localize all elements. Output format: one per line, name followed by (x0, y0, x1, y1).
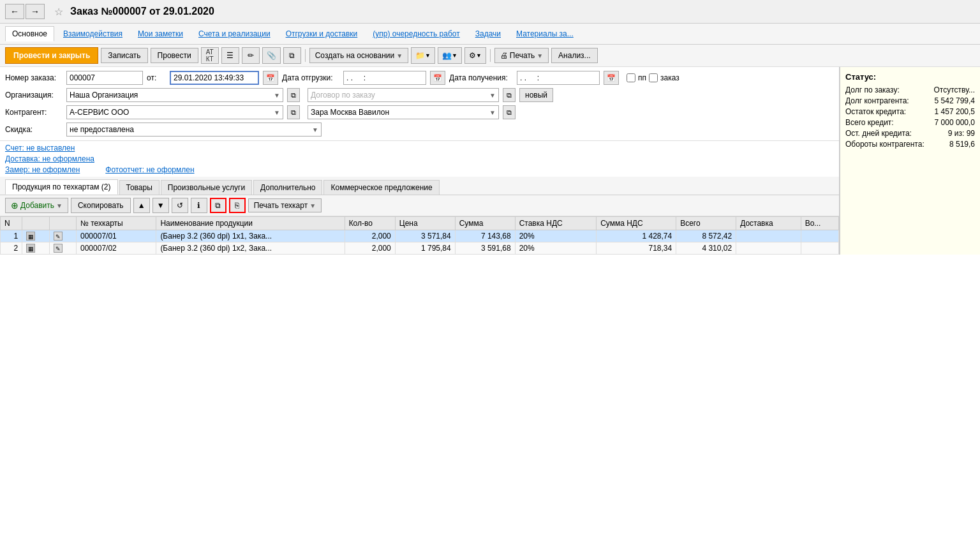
copy-button[interactable]: Скопировать (71, 198, 131, 213)
cell-techcard: 000007/01 (77, 230, 156, 242)
products-table: N № техкарты Наименование продукции Кол-… (0, 216, 839, 255)
row-list-icon[interactable]: ▦ (26, 232, 35, 241)
receipt-date-calendar[interactable]: 📅 (604, 71, 619, 85)
col-icon1 (22, 217, 49, 230)
settings-icon-button[interactable]: ⚙ ▼ (464, 47, 486, 64)
move-up-button[interactable]: ▲ (133, 198, 150, 213)
contractor-chevron: ▼ (274, 109, 280, 116)
table-row[interactable]: 2 ▦ ✎ 000007/02 (Банер 3.2 (360 dpi) 1x2… (1, 242, 839, 255)
new-contract-button[interactable]: новый (519, 88, 553, 102)
col-qty: Кол-во (345, 217, 395, 230)
info-button[interactable]: ℹ (191, 198, 207, 213)
cell-icon2[interactable]: ✎ (49, 242, 76, 255)
cell-price: 3 571,84 (395, 230, 455, 242)
order-date-calendar[interactable]: 📅 (263, 71, 278, 85)
cell-delivery (736, 242, 801, 255)
create-based-button[interactable]: Создать на основании ▼ (309, 48, 408, 63)
status-row: Долг по заказу:Отсутству... (845, 85, 975, 94)
row-edit-icon[interactable]: ✎ (54, 232, 63, 241)
favorite-button[interactable]: ☆ (51, 4, 66, 19)
at-kt-button[interactable]: АТ КТ (201, 47, 219, 64)
photo-report-link[interactable]: Фотоотчет: не оформлен (105, 165, 194, 174)
table-row[interactable]: 1 ▦ ✎ 000007/01 (Банер 3.2 (360 dpi) 1x1… (1, 230, 839, 242)
status-value: 1 457 200,5 (935, 107, 975, 116)
delivery-link[interactable]: Доставка: не оформлена (5, 154, 834, 163)
btab-services[interactable]: Произвольные услуги (161, 180, 252, 195)
receipt-date-input[interactable] (517, 71, 600, 85)
cut-button[interactable]: ⎘ (229, 198, 246, 213)
cell-bo (801, 230, 838, 242)
back-button[interactable]: ← (5, 4, 24, 19)
btab-additional[interactable]: Дополнительно (253, 180, 322, 195)
tab-moi-zametki[interactable]: Мои заметки (131, 27, 189, 41)
order-date-input[interactable] (170, 71, 259, 85)
conduct-close-button[interactable]: Провести и закрыть (5, 47, 98, 64)
contractor-copy-button[interactable]: ⧉ (287, 105, 300, 119)
move-down-button[interactable]: ▼ (152, 198, 169, 213)
tab-zadachi[interactable]: Задачи (469, 27, 507, 41)
tab-scheta[interactable]: Счета и реализации (192, 27, 277, 41)
org-select[interactable]: Наша Организация ▼ (66, 88, 283, 102)
separator-1 (305, 49, 306, 62)
tab-osnovnoe[interactable]: Основное (5, 26, 54, 41)
print-button[interactable]: 🖨 Печать ▼ (494, 48, 549, 63)
edit-icon-button[interactable]: ✏ (242, 47, 260, 64)
cell-total: 8 572,42 (676, 230, 736, 242)
contact-chevron: ▼ (489, 109, 496, 116)
print-techcart-button[interactable]: Печать техкарт ▼ (248, 198, 322, 212)
add-label: Добавить (20, 201, 54, 210)
org-copy-button[interactable]: ⧉ (287, 88, 300, 102)
tab-vzaimodeystviya[interactable]: Взаимодействия (57, 27, 129, 41)
measurement-link[interactable]: Замер: не оформлен (5, 165, 80, 174)
discount-select[interactable]: не предоставлена ▼ (66, 123, 322, 137)
folder-icon-button[interactable]: 📁 ▼ (411, 47, 435, 64)
shipment-date-input[interactable] (343, 71, 426, 85)
account-link[interactable]: Счет: не выставлен (5, 144, 834, 152)
print-chevron: ▼ (537, 52, 543, 59)
contract-select[interactable]: Договор по заказу ▼ (308, 88, 499, 102)
contract-copy-button[interactable]: ⧉ (503, 88, 516, 102)
contractor-select[interactable]: А-СЕРВИС ООО ▼ (66, 105, 283, 119)
refresh-button[interactable]: ↺ (172, 198, 188, 213)
tab-ocherednost[interactable]: (упр) очередность работ (366, 27, 466, 41)
col-sum: Сумма (455, 217, 515, 230)
contractor-row: Контрагент: А-СЕРВИС ООО ▼ ⧉ Зара Москва… (5, 105, 834, 119)
forward-button[interactable]: → (26, 4, 45, 19)
status-label: Всего кредит: (845, 118, 894, 127)
row-edit-icon[interactable]: ✎ (54, 244, 63, 253)
cell-icon1[interactable]: ▦ (22, 242, 49, 255)
contact-select[interactable]: Зара Москва Вавилон ▼ (308, 105, 499, 119)
write-button[interactable]: Записать (101, 48, 147, 63)
cell-icon2[interactable]: ✎ (49, 230, 76, 242)
add-button[interactable]: ⊕ Добавить ▼ (5, 198, 68, 213)
tab-materialy[interactable]: Материалы за... (510, 27, 580, 41)
discount-row: Скидка: не предоставлена ▼ (5, 123, 834, 137)
list-icon-button[interactable]: ☰ (221, 47, 239, 64)
order-checkbox[interactable] (649, 73, 658, 82)
copy-doc-button[interactable]: ⧉ (283, 47, 301, 64)
cell-sum: 3 591,68 (455, 242, 515, 255)
btab-commercial[interactable]: Коммерческое предложение (323, 180, 439, 195)
contact-copy-button[interactable]: ⧉ (503, 105, 516, 119)
contractor-value: А-СЕРВИС ООО (70, 108, 129, 117)
col-vat-sum: Сумма НДС (597, 217, 676, 230)
order-number-input[interactable] (66, 71, 143, 85)
conduct-button[interactable]: Провести (151, 48, 198, 63)
attach-icon-button[interactable]: 📎 (262, 47, 281, 64)
cell-icon1[interactable]: ▦ (22, 230, 49, 242)
shipment-date-calendar[interactable]: 📅 (430, 71, 445, 85)
btab-techcart[interactable]: Продукция по техкартам (2) (5, 179, 118, 195)
org-chevron: ▼ (274, 92, 280, 99)
status-rows: Долг по заказу:Отсутству...Долг контраге… (845, 85, 975, 149)
paste-button[interactable]: ⧉ (210, 198, 226, 213)
analytics-button[interactable]: Анализ... (551, 48, 598, 63)
tab-otgruzki[interactable]: Отгрузки и доставки (279, 27, 364, 41)
people-icon-button[interactable]: 👥 ▼ (438, 47, 462, 64)
receipt-date-label: Дата получения: (449, 73, 513, 82)
col-total: Всего (676, 217, 736, 230)
pp-checkbox[interactable] (627, 73, 635, 82)
order-number-label: Номер заказа: (5, 73, 63, 82)
btab-goods[interactable]: Товары (119, 180, 160, 195)
create-based-chevron: ▼ (396, 52, 403, 59)
row-list-icon[interactable]: ▦ (26, 244, 35, 253)
